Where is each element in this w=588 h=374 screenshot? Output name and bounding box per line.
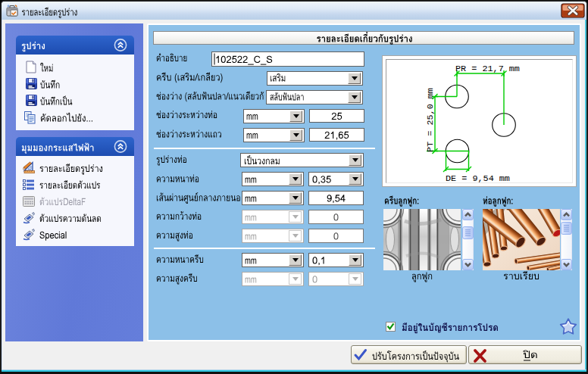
svg-text:DE = 9,54 mm: DE = 9,54 mm xyxy=(446,173,510,184)
svg-text:PR = 21,7 mm: PR = 21,7 mm xyxy=(455,64,520,74)
svg-text:PT = 25,0 mm: PT = 25,0 mm xyxy=(425,88,436,152)
